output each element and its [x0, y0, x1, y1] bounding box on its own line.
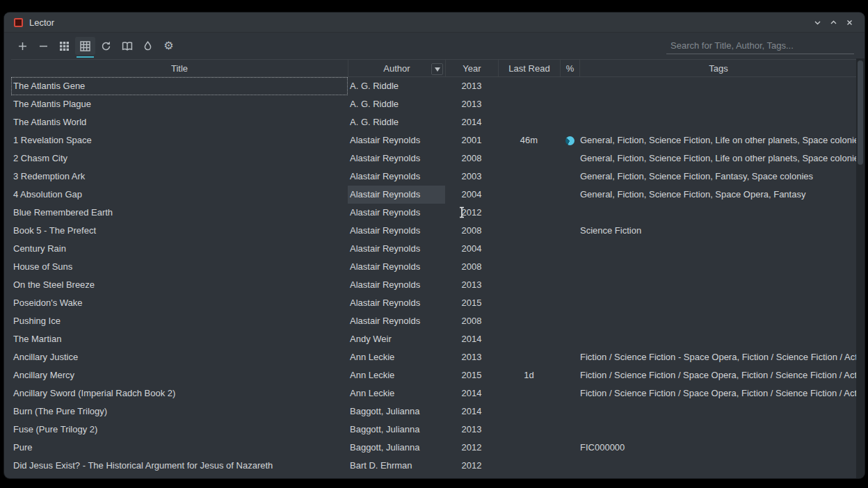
cell-author[interactable]: Alastair Reynolds	[348, 149, 445, 168]
cell-progress[interactable]	[560, 402, 579, 421]
cell-title[interactable]: The Martian	[11, 330, 348, 348]
cell-year[interactable]: 2012	[445, 457, 498, 475]
cell-tags[interactable]: Fiction / Science Fiction / Space Opera,…	[579, 384, 857, 402]
cell-progress[interactable]	[560, 113, 579, 131]
cell-progress[interactable]	[560, 131, 579, 149]
cell-author[interactable]: Bart D. Ehrman	[348, 457, 445, 475]
cell-author[interactable]: Andy Weir	[348, 330, 445, 348]
cell-author[interactable]: Alastair Reynolds	[348, 294, 445, 312]
cell-progress[interactable]	[560, 384, 579, 402]
cell-progress[interactable]	[560, 168, 579, 186]
cell-last-read[interactable]	[498, 95, 560, 113]
cell-author[interactable]: Baggott, Julianna	[348, 421, 445, 439]
vertical-scrollbar[interactable]	[856, 58, 865, 478]
cell-author[interactable]: A. G. Riddle	[348, 113, 445, 131]
cell-year[interactable]: 2003	[445, 168, 498, 186]
cell-progress[interactable]	[560, 439, 579, 457]
cell-year[interactable]: 2015	[445, 366, 498, 384]
cell-tags[interactable]	[579, 113, 857, 131]
cell-last-read[interactable]	[498, 204, 560, 222]
table-row[interactable]: 3 Redemption Ark Alastair Reynolds 2003 …	[11, 168, 857, 186]
cell-author[interactable]: Alastair Reynolds	[348, 168, 445, 186]
cell-last-read[interactable]	[498, 384, 560, 402]
cell-progress[interactable]	[560, 77, 579, 95]
titlebar[interactable]: Lector	[4, 13, 865, 33]
maximize-button[interactable]	[828, 17, 839, 28]
cell-tags[interactable]	[579, 240, 857, 258]
cell-last-read[interactable]: 1d	[498, 366, 560, 384]
table-row[interactable]: The Atlantis World A. G. Riddle 2014	[11, 113, 857, 131]
column-header-year[interactable]: Year	[445, 60, 498, 76]
cell-tags[interactable]	[579, 77, 857, 95]
cell-progress[interactable]	[560, 222, 579, 240]
cell-title[interactable]: The Atlantis World	[11, 113, 348, 131]
cell-year[interactable]: 2008	[445, 149, 498, 168]
column-header-title[interactable]: Title	[11, 60, 348, 76]
cell-progress[interactable]	[560, 95, 579, 113]
cell-author[interactable]: A. G. Riddle	[348, 77, 445, 95]
cell-tags[interactable]	[579, 312, 857, 330]
cell-last-read[interactable]	[498, 348, 560, 366]
cell-year[interactable]: 2004	[445, 240, 498, 258]
cell-progress[interactable]	[560, 204, 579, 222]
cell-tags[interactable]: General, Fiction, Science Fiction, Fanta…	[579, 168, 857, 186]
cell-progress[interactable]	[560, 294, 579, 312]
cell-progress[interactable]	[560, 149, 579, 168]
cell-year[interactable]: 2014	[445, 113, 498, 131]
cell-progress[interactable]	[560, 366, 579, 384]
column-header-percent[interactable]: %	[560, 60, 579, 76]
cell-tags[interactable]: Fiction / Science Fiction / Space Opera,…	[579, 366, 857, 384]
cell-year[interactable]: 2012	[445, 439, 498, 457]
cell-author[interactable]: Alastair Reynolds	[348, 312, 445, 330]
cell-last-read[interactable]	[498, 222, 560, 240]
cell-progress[interactable]	[560, 276, 579, 294]
cell-title[interactable]: Poseidon's Wake	[11, 294, 348, 312]
cell-progress[interactable]	[560, 186, 579, 204]
cell-author[interactable]: Baggott, Julianna	[348, 439, 445, 457]
column-header-last-read[interactable]: Last Read	[498, 60, 560, 76]
cell-progress[interactable]	[560, 240, 579, 258]
cell-title[interactable]: The Atlantis Gene	[11, 77, 348, 95]
cell-tags[interactable]	[579, 95, 857, 113]
cell-author[interactable]: Ann Leckie	[348, 384, 445, 402]
cell-last-read[interactable]	[498, 113, 560, 131]
table-row[interactable]: Poseidon's Wake Alastair Reynolds 2015	[11, 294, 857, 312]
cell-author[interactable]: Alastair Reynolds	[348, 258, 445, 276]
cell-progress[interactable]	[560, 457, 579, 475]
cell-progress[interactable]	[560, 348, 579, 366]
cell-tags[interactable]	[579, 330, 857, 348]
cell-last-read[interactable]	[498, 276, 560, 294]
cell-author[interactable]: A. G. Riddle	[348, 95, 445, 113]
cell-last-read[interactable]	[498, 149, 560, 168]
cell-tags[interactable]: Science Fiction	[579, 222, 857, 240]
scrollbar-handle[interactable]	[858, 60, 863, 165]
table-row[interactable]: Blue Remembered Earth Alastair Reynolds …	[11, 204, 857, 222]
cell-title[interactable]: Ancillary Mercy	[11, 366, 348, 384]
cell-author[interactable]: Alastair Reynolds	[348, 240, 445, 258]
cell-year[interactable]: 2004	[445, 186, 498, 204]
cell-last-read[interactable]	[498, 186, 560, 204]
cell-author[interactable]: Alastair Reynolds	[348, 276, 445, 294]
cell-title[interactable]: The Atlantis Plague	[11, 95, 348, 113]
cell-tags[interactable]	[579, 276, 857, 294]
table-view-button[interactable]	[75, 37, 95, 55]
cell-progress[interactable]	[560, 258, 579, 276]
cell-title[interactable]: On the Steel Breeze	[11, 276, 348, 294]
cell-tags[interactable]: General, Fiction, Science Fiction, Life …	[579, 149, 857, 168]
table-row[interactable]: The Atlantis Plague A. G. Riddle 2013	[11, 95, 857, 113]
cell-title[interactable]: Century Rain	[11, 240, 348, 258]
cell-year[interactable]: 2014	[445, 402, 498, 421]
table-row[interactable]: 1 Revelation Space Alastair Reynolds 200…	[11, 131, 857, 149]
cell-last-read[interactable]	[498, 168, 560, 186]
table-row[interactable]: Fuse (Pure Trilogy 2) Baggott, Julianna …	[11, 421, 857, 439]
cell-year[interactable]: 2001	[445, 131, 498, 149]
cell-author[interactable]: Alastair Reynolds	[348, 204, 445, 222]
table-row[interactable]: Pure Baggott, Julianna 2012 FIC000000	[11, 439, 857, 457]
add-book-button[interactable]	[13, 37, 33, 55]
cell-title[interactable]: Ancillary Justice	[11, 348, 348, 366]
table-row[interactable]: Century Rain Alastair Reynolds 2004	[11, 240, 857, 258]
cell-last-read[interactable]	[498, 294, 560, 312]
table-row[interactable]: Book 5 - The Prefect Alastair Reynolds 2…	[11, 222, 857, 240]
cell-author[interactable]: Alastair Reynolds	[348, 186, 445, 204]
cell-author[interactable]: Alastair Reynolds	[348, 131, 445, 149]
